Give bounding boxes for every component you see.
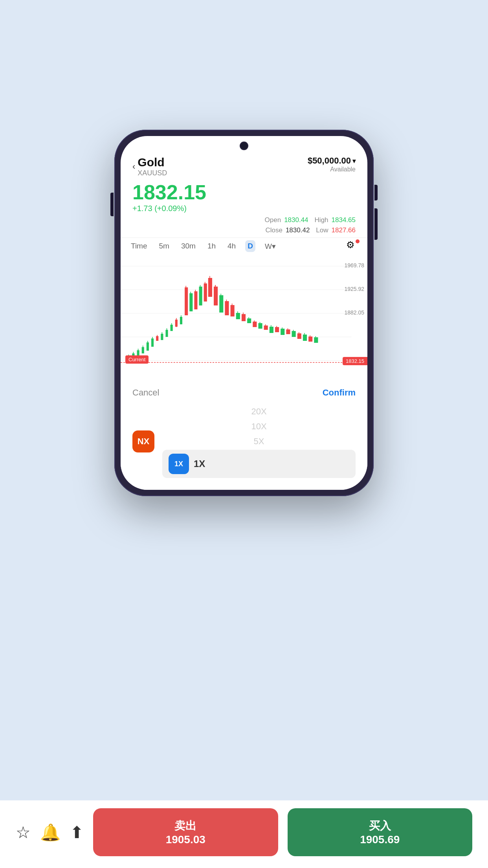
star-icon: ☆ xyxy=(16,823,31,842)
svg-rect-56 xyxy=(253,322,257,327)
sheet-header: Cancel Confirm xyxy=(132,388,356,398)
svg-rect-32 xyxy=(189,293,193,311)
leverage-selected-row[interactable]: 1X 1X xyxy=(162,450,356,478)
phone-mockup: ‹ Gold XAUUSD $50,000.00 ▾ Available xyxy=(114,130,374,496)
timeframe-bar: Time 5m 30m 1h 4h D W▾ ⚙ xyxy=(121,237,367,254)
svg-rect-40 xyxy=(208,278,212,297)
current-price-label: Current xyxy=(125,355,149,364)
price-section: 1832.15 +1.73 (+0.09%) xyxy=(121,177,367,216)
ohlc-section-2: Close 1830.42 Low 1827.66 xyxy=(121,226,367,237)
time-btn-W[interactable]: W▾ xyxy=(262,240,278,252)
leverage-selected-value: 1X xyxy=(194,458,205,469)
leverage-option-10x[interactable]: 10X xyxy=(251,420,266,433)
power-button xyxy=(374,185,378,200)
confirm-button[interactable]: Confirm xyxy=(323,388,356,398)
asset-name: Gold xyxy=(138,156,167,169)
sell-button[interactable]: 卖出 1905.03 xyxy=(93,808,278,856)
svg-rect-62 xyxy=(270,327,273,333)
time-btn-1h[interactable]: 1h xyxy=(205,240,218,252)
svg-rect-42 xyxy=(214,287,218,305)
high-row: High 1834.65 xyxy=(315,216,356,224)
svg-rect-74 xyxy=(303,335,307,341)
share-button[interactable]: ⬆ xyxy=(70,823,84,842)
svg-rect-44 xyxy=(219,295,223,313)
high-value: 1834.65 xyxy=(332,216,356,224)
leverage-options-list: 20X 10X 5X 1X 1X xyxy=(162,405,356,478)
close-label: Close xyxy=(265,226,282,234)
low-label: Low xyxy=(316,226,328,234)
svg-rect-36 xyxy=(199,287,202,305)
bell-icon: 🔔 xyxy=(40,823,61,842)
svg-rect-68 xyxy=(286,329,290,334)
leverage-picker-sheet: Cancel Confirm NX 20X 10X 5X xyxy=(121,381,367,490)
time-btn-5m[interactable]: 5m xyxy=(157,240,172,252)
price-level-3: 1882.05 xyxy=(344,309,364,316)
svg-rect-12 xyxy=(142,347,144,353)
phone-outer-shell: ‹ Gold XAUUSD $50,000.00 ▾ Available xyxy=(114,130,374,496)
low-value: 1827.66 xyxy=(332,226,356,234)
svg-rect-70 xyxy=(292,331,296,337)
svg-rect-20 xyxy=(161,334,163,340)
low-row: Low 1827.66 xyxy=(316,226,356,234)
svg-rect-16 xyxy=(151,338,154,347)
leverage-option-5x[interactable]: 5X xyxy=(254,435,264,448)
price-change: +1.73 (+0.09%) xyxy=(132,204,356,213)
top-bar: ‹ Gold XAUUSD $50,000.00 ▾ Available xyxy=(121,152,367,177)
back-button[interactable]: ‹ Gold XAUUSD xyxy=(132,156,167,177)
current-price-right-label: 1832.15 xyxy=(343,357,367,365)
sell-label: 卖出 xyxy=(97,818,274,833)
open-label: Open xyxy=(265,216,281,224)
svg-rect-76 xyxy=(308,337,312,342)
balance-amount: $50,000.00 ▾ xyxy=(308,156,356,166)
volume-button xyxy=(110,193,114,216)
cancel-button[interactable]: Cancel xyxy=(132,388,159,398)
svg-rect-10 xyxy=(137,350,139,356)
svg-rect-46 xyxy=(225,301,229,315)
time-btn-4h[interactable]: 4h xyxy=(225,240,238,252)
back-arrow-icon: ‹ xyxy=(132,162,135,172)
app-screen: ‹ Gold XAUUSD $50,000.00 ▾ Available xyxy=(121,136,367,490)
close-row: Close 1830.42 xyxy=(265,226,310,234)
svg-rect-30 xyxy=(185,287,188,315)
phone-screen: ‹ Gold XAUUSD $50,000.00 ▾ Available xyxy=(121,136,367,490)
watchlist-button[interactable]: ☆ xyxy=(16,823,31,842)
utility-buttons: ☆ 🔔 ⬆ xyxy=(16,823,84,842)
asset-symbol: XAUUSD xyxy=(138,169,167,177)
svg-rect-60 xyxy=(264,326,268,330)
svg-rect-64 xyxy=(275,327,279,332)
buy-label: 买入 xyxy=(292,818,469,833)
trade-action-bar: ☆ 🔔 ⬆ 卖出 1905.03 买入 1905.69 xyxy=(0,800,488,868)
buy-button[interactable]: 买入 1905.69 xyxy=(288,808,473,856)
time-btn-time[interactable]: Time xyxy=(128,240,150,252)
svg-rect-18 xyxy=(156,336,158,341)
balance-section: $50,000.00 ▾ Available xyxy=(308,156,356,173)
svg-rect-52 xyxy=(242,314,246,321)
chart-settings-button[interactable]: ⚙ xyxy=(346,239,360,253)
power-button-long xyxy=(374,208,378,240)
svg-rect-78 xyxy=(314,337,318,343)
close-value: 1830.42 xyxy=(286,226,310,234)
high-label: High xyxy=(315,216,328,224)
balance-label: Available xyxy=(308,166,356,173)
svg-rect-26 xyxy=(175,320,178,327)
buy-price: 1905.69 xyxy=(292,833,469,846)
svg-rect-66 xyxy=(281,329,284,335)
nx-logo: NX xyxy=(132,430,154,452)
price-level-2: 1925.92 xyxy=(344,286,364,292)
settings-notification-dot xyxy=(356,239,360,243)
camera-notch xyxy=(240,142,248,150)
time-btn-30m[interactable]: 30m xyxy=(179,240,198,252)
share-icon: ⬆ xyxy=(70,823,84,842)
price-level-1: 1969.78 xyxy=(344,262,364,268)
svg-rect-50 xyxy=(236,313,240,319)
time-btn-D[interactable]: D xyxy=(245,240,255,252)
alert-button[interactable]: 🔔 xyxy=(40,823,61,842)
svg-rect-38 xyxy=(204,283,207,302)
svg-rect-72 xyxy=(297,333,301,339)
svg-rect-24 xyxy=(171,325,173,331)
leverage-option-20x[interactable]: 20X xyxy=(251,405,266,418)
svg-rect-22 xyxy=(165,330,168,337)
open-value: 1830.44 xyxy=(284,216,308,224)
svg-rect-34 xyxy=(194,291,197,309)
svg-rect-54 xyxy=(247,318,251,323)
